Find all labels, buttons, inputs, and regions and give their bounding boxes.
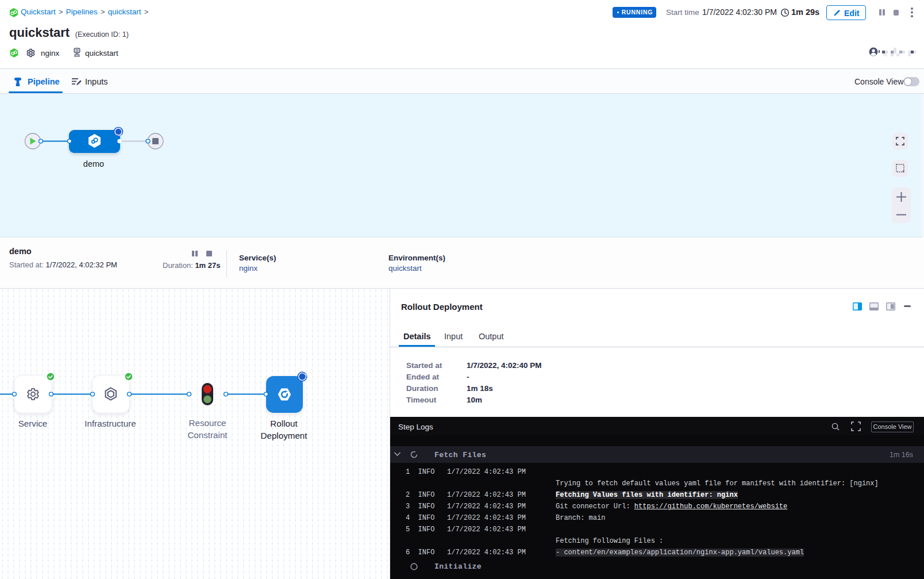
svg-text:Infrastructure: Infrastructure [84,419,136,428]
svg-text:Constraint: Constraint [187,430,228,440]
svg-text:demo: demo [83,159,104,168]
svg-text:Service: Service [18,419,48,428]
svg-text:Rollout: Rollout [270,419,298,428]
svg-text:Deployment: Deployment [260,431,307,440]
svg-text:Resource: Resource [189,418,226,428]
